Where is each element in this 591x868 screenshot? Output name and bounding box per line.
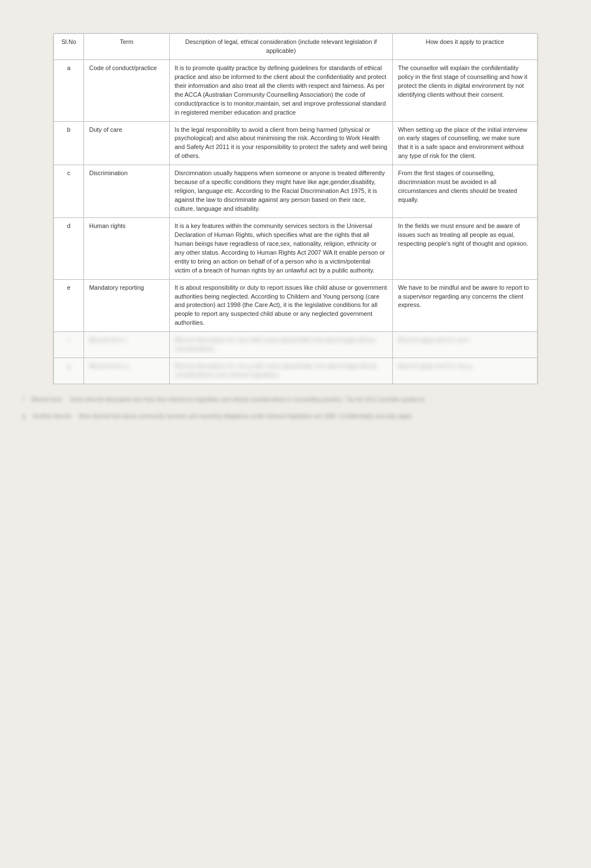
table-row: eMandatory reportingIt is about responsi… [54, 279, 538, 332]
cell-slno: g [54, 358, 84, 384]
table-row: dHuman rightsIt is a key features within… [54, 217, 538, 279]
blurred-bottom-section: f Blurred term Some blurred description … [11, 384, 580, 495]
cell-term: Mandatory reporting [84, 279, 170, 332]
cell-term: Blurred term g [84, 358, 170, 384]
cell-term: Human rights [84, 217, 170, 279]
cell-term: Discrimination [84, 165, 170, 218]
cell-desc: It is about responsibility or duty to re… [169, 279, 392, 332]
page-wrapper: Sl.No Term Description of legal, ethical… [53, 33, 538, 384]
cell-slno: d [54, 217, 84, 279]
header-desc: Description of legal, ethical considerat… [169, 34, 392, 60]
cell-desc: Blurred description for row f with some … [169, 332, 392, 358]
table-row: cDiscriminationDisrcimnation usually hap… [54, 165, 538, 218]
cell-apply: Blurred apply text for row g. [393, 358, 538, 384]
table-row: gBlurred term gBlurred description for r… [54, 358, 538, 384]
cell-slno: c [54, 165, 84, 218]
table-row: fBlurred term fBlurred description for r… [54, 332, 538, 358]
cell-term: Blurred term f [84, 332, 170, 358]
cell-slno: a [54, 59, 84, 121]
cell-apply: We have to be mindful and be aware to re… [393, 279, 538, 332]
cell-apply: The counsellor will explain the confiden… [393, 59, 538, 121]
blurred-content: f Blurred term Some blurred description … [22, 395, 569, 420]
table-row: aCode of conduct/practiceIt is to promot… [54, 59, 538, 121]
cell-apply: From the first stages of counselling, di… [393, 165, 538, 218]
header-term: Term [84, 34, 170, 60]
cell-desc: Disrcimnation usually happens when someo… [169, 165, 392, 218]
cell-apply: Blurred apply text for row f. [393, 332, 538, 358]
header-slno: Sl.No [54, 34, 84, 60]
header-apply: How does it apply to practice [393, 34, 538, 60]
main-table: Sl.No Term Description of legal, ethical… [53, 33, 538, 384]
table-row: bDuty of careIs the legal responsiblity … [54, 121, 538, 165]
cell-term: Duty of care [84, 121, 170, 165]
cell-desc: Blurred description for row g with some … [169, 358, 392, 384]
cell-slno: b [54, 121, 84, 165]
cell-desc: Is the legal responsiblity to avoid a cl… [169, 121, 392, 165]
cell-desc: It is to promote quality practice by def… [169, 59, 392, 121]
cell-slno: f [54, 332, 84, 358]
cell-apply: In the fields we must ensure and be awar… [393, 217, 538, 279]
cell-term: Code of conduct/practice [84, 59, 170, 121]
cell-apply: When setting up the place of the initial… [393, 121, 538, 165]
cell-desc: It is a key features within the communit… [169, 217, 392, 279]
cell-slno: e [54, 279, 84, 332]
